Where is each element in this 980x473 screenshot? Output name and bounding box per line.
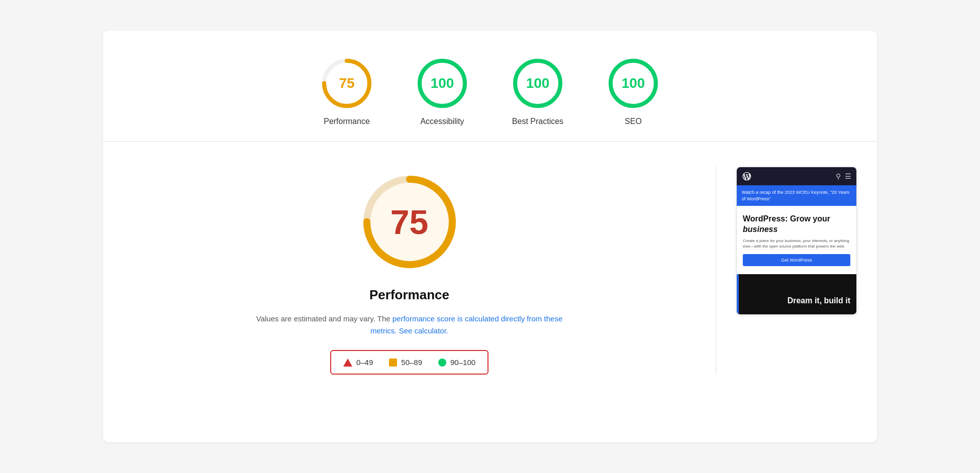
- legend-item-pass: 90–100: [438, 358, 475, 367]
- right-panel: ⚲ ☰ Watch a recap of the 2023 WCEU Keyno…: [736, 167, 857, 315]
- score-item-best-practices: 100 Best Practices: [510, 56, 565, 126]
- preview-header: ⚲ ☰: [737, 167, 856, 185]
- description-prefix: Values are estimated and may vary. The: [256, 314, 390, 323]
- score-item-seo: 100 SEO: [606, 56, 661, 126]
- wordpress-logo-icon: [742, 171, 752, 181]
- perf-title: Performance: [369, 287, 449, 303]
- preview-card: ⚲ ☰ Watch a recap of the 2023 WCEU Keyno…: [736, 167, 857, 315]
- score-circle-accessibility: 100: [415, 56, 470, 111]
- banner-text: Watch a recap of the 2023 WCEU Keynote, …: [742, 190, 849, 201]
- score-label-seo: SEO: [625, 117, 642, 126]
- preview-bottom: Dream it, build it: [737, 274, 856, 314]
- preview-body-text: Create a place for your business, your i…: [743, 238, 850, 249]
- search-icon: ⚲: [836, 172, 841, 180]
- legend-item-average: 50–89: [389, 358, 422, 367]
- menu-icon: ☰: [845, 172, 851, 180]
- legend-range-fail: 0–49: [356, 358, 373, 367]
- preview-banner: Watch a recap of the 2023 WCEU Keynote, …: [737, 185, 856, 206]
- scores-row: 75 Performance 100 Accessibility: [123, 46, 857, 141]
- vertical-divider: [716, 167, 716, 375]
- preview-heading-text: WordPress: Grow your: [743, 214, 830, 223]
- preview-bottom-text: Dream it, build it: [743, 296, 850, 306]
- legend-range-pass: 90–100: [450, 358, 475, 367]
- left-panel: 75 Performance Values are estimated and …: [123, 167, 696, 375]
- legend-item-fail: 0–49: [343, 358, 373, 367]
- triangle-icon: [343, 359, 352, 367]
- score-value-best-practices: 100: [526, 75, 550, 91]
- preview-heading-italic: business: [743, 225, 777, 233]
- score-label-accessibility: Accessibility: [420, 117, 464, 126]
- score-label-performance: Performance: [324, 117, 370, 126]
- score-item-performance: 75 Performance: [319, 56, 374, 126]
- big-gauge-number: 75: [390, 202, 429, 242]
- preview-heading: WordPress: Grow your business: [743, 214, 850, 235]
- square-icon: [389, 359, 397, 367]
- get-wordpress-button[interactable]: Get WordPress: [743, 254, 850, 266]
- bottom-accent: [737, 274, 739, 314]
- score-item-accessibility: 100 Accessibility: [415, 56, 470, 126]
- big-gauge: 75: [354, 167, 465, 277]
- score-value-seo: 100: [622, 75, 645, 91]
- legend-box: 0–49 50–89 90–100: [330, 350, 488, 375]
- score-circle-best-practices: 100: [510, 56, 565, 111]
- main-content: 75 Performance Values are estimated and …: [123, 142, 857, 375]
- preview-body: WordPress: Grow your business Create a p…: [737, 206, 856, 274]
- score-value-performance: 75: [339, 75, 354, 91]
- score-label-best-practices: Best Practices: [512, 117, 563, 126]
- score-value-accessibility: 100: [431, 75, 454, 91]
- preview-header-icons: ⚲ ☰: [836, 172, 851, 180]
- main-card: 75 Performance 100 Accessibility: [103, 31, 877, 442]
- score-circle-seo: 100: [606, 56, 661, 111]
- perf-description: Values are estimated and may vary. The p…: [249, 313, 570, 337]
- score-circle-performance: 75: [319, 56, 374, 111]
- circle-icon: [438, 359, 446, 367]
- see-calculator-link[interactable]: See calculator.: [399, 326, 448, 335]
- legend-range-average: 50–89: [401, 358, 422, 367]
